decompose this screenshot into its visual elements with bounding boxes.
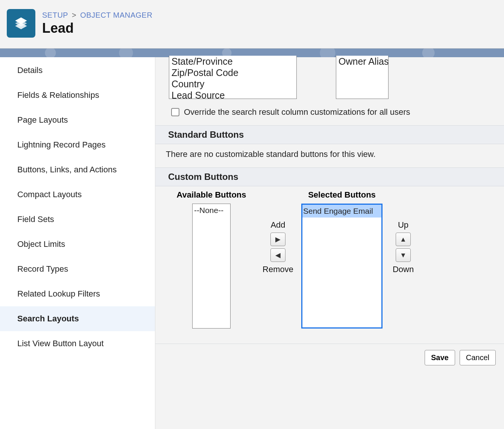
page-title: Lead [42, 20, 152, 36]
up-label: Up [398, 220, 408, 230]
down-label: Down [393, 265, 414, 274]
sidebar: DetailsFields & RelationshipsPage Layout… [0, 57, 155, 429]
list-item[interactable]: --None-- [193, 204, 230, 217]
selected-buttons-label: Selected Buttons [308, 190, 376, 200]
object-icon [7, 9, 35, 38]
arrow-right-icon: ▶ [275, 235, 281, 243]
arrow-up-icon: ▲ [400, 236, 407, 243]
standard-buttons-header: Standard Buttons [155, 125, 504, 144]
cancel-button[interactable]: Cancel [460, 350, 496, 365]
main-content: State/ProvinceZip/Postal CodeCountryLead… [155, 57, 504, 429]
override-checkbox-label: Override the search result column custom… [184, 107, 410, 117]
sidebar-item-object-limits[interactable]: Object Limits [0, 232, 155, 257]
sidebar-item-page-layouts[interactable]: Page Layouts [0, 108, 155, 132]
sidebar-item-fields-relationships[interactable]: Fields & Relationships [0, 83, 155, 108]
breadcrumb-setup[interactable]: SETUP [42, 11, 68, 19]
custom-buttons-header: Custom Buttons [155, 167, 504, 186]
list-item[interactable]: Send Engage Email [302, 205, 381, 218]
sidebar-item-buttons-links-and-actions[interactable]: Buttons, Links, and Actions [0, 157, 155, 182]
list-item[interactable]: Lead Source [169, 90, 296, 99]
list-item[interactable]: Owner Alias [336, 56, 388, 67]
remove-button[interactable]: ◀ [270, 248, 285, 262]
breadcrumb-object-manager[interactable]: OBJECT MANAGER [80, 11, 152, 19]
up-button[interactable]: ▲ [396, 233, 411, 246]
save-button[interactable]: Save [425, 350, 455, 365]
sidebar-item-compact-layouts[interactable]: Compact Layouts [0, 182, 155, 207]
add-label: Add [270, 220, 285, 230]
list-item[interactable]: Country [169, 78, 296, 90]
footer-bar: Save Cancel [155, 344, 504, 371]
available-fields-listbox[interactable]: State/ProvinceZip/Postal CodeCountryLead… [169, 56, 297, 99]
selected-fields-listbox[interactable]: Owner Alias [336, 56, 389, 99]
available-buttons-listbox[interactable]: --None-- [192, 204, 231, 329]
sidebar-item-details[interactable]: Details [0, 58, 155, 83]
breadcrumb: SETUP > OBJECT MANAGER [42, 11, 152, 20]
sidebar-item-list-view-button-layout[interactable]: List View Button Layout [0, 331, 155, 356]
sidebar-item-lightning-record-pages[interactable]: Lightning Record Pages [0, 132, 155, 157]
breadcrumb-sep: > [72, 11, 76, 19]
sidebar-item-record-types[interactable]: Record Types [0, 257, 155, 281]
arrow-left-icon: ◀ [275, 251, 281, 259]
override-checkbox[interactable] [171, 108, 179, 116]
arrow-down-icon: ▼ [400, 251, 407, 259]
sidebar-item-field-sets[interactable]: Field Sets [0, 207, 155, 232]
layers-icon [13, 15, 29, 31]
remove-label: Remove [263, 265, 293, 274]
available-buttons-label: Available Buttons [177, 190, 246, 200]
sidebar-item-related-lookup-filters[interactable]: Related Lookup Filters [0, 281, 155, 306]
standard-buttons-body: There are no customizable standard butto… [155, 144, 504, 167]
selected-buttons-listbox[interactable]: Send Engage Email [301, 204, 383, 329]
page-header: SETUP > OBJECT MANAGER Lead [0, 0, 504, 48]
sidebar-item-search-layouts[interactable]: Search Layouts [0, 306, 155, 331]
add-button[interactable]: ▶ [270, 233, 285, 246]
list-item[interactable]: Zip/Postal Code [169, 67, 296, 78]
down-button[interactable]: ▼ [396, 248, 411, 262]
list-item[interactable]: State/Province [169, 56, 296, 67]
